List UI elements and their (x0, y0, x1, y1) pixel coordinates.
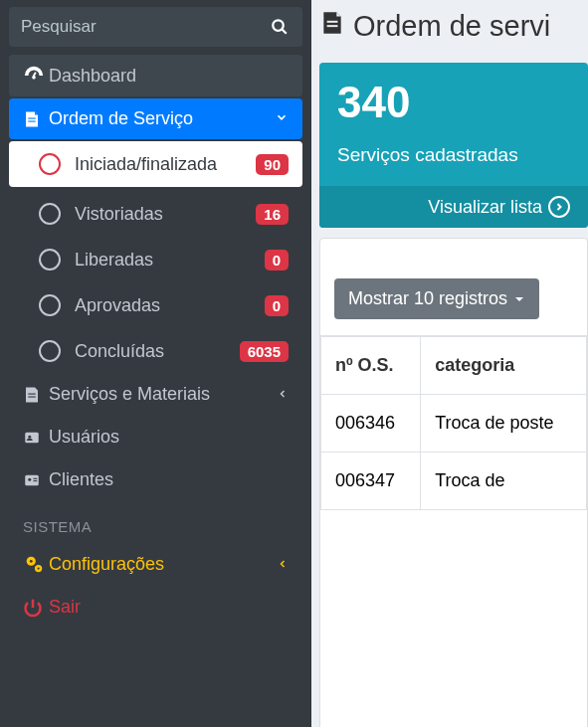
records-dropdown[interactable]: Mostrar 10 registros (334, 278, 539, 319)
dashboard-icon (23, 65, 49, 87)
circle-icon (39, 203, 61, 225)
cell-os: 006347 (321, 453, 421, 510)
document-icon (319, 10, 345, 43)
sub-concluidas-badge: 6035 (240, 341, 289, 362)
stat-subtitle: Serviços cadastradas (337, 144, 570, 166)
svg-point-11 (28, 477, 31, 480)
stat-number: 340 (337, 81, 570, 124)
circle-icon (39, 249, 61, 271)
nav-dashboard-label: Dashboard (49, 66, 289, 87)
arrow-right-icon (548, 196, 570, 218)
circle-icon (39, 153, 61, 175)
stat-card: 340 Serviços cadastradas Visualizar list… (319, 63, 588, 228)
chevron-down-icon (275, 108, 289, 129)
nav-sair[interactable]: Sair (9, 587, 302, 628)
svg-rect-12 (34, 477, 38, 478)
search-input[interactable] (9, 7, 257, 47)
sub-aprovadas[interactable]: Aprovadas 0 (9, 282, 302, 328)
gears-icon (23, 553, 49, 575)
sub-liberadas[interactable]: Liberadas 0 (9, 237, 302, 282)
stat-link-text: Visualizar lista (428, 197, 542, 218)
sub-iniciada[interactable]: Iniciada/finalizada 90 (9, 141, 302, 187)
svg-point-17 (37, 567, 39, 569)
sub-iniciada-label: Iniciada/finalizada (75, 154, 256, 175)
svg-marker-21 (515, 297, 523, 301)
search-icon (271, 18, 289, 36)
sub-aprovadas-badge: 0 (265, 295, 289, 316)
svg-rect-19 (327, 21, 338, 23)
cell-os: 006346 (321, 395, 421, 453)
svg-point-0 (273, 20, 284, 31)
clients-icon (23, 471, 49, 489)
nav-clientes-label: Clientes (49, 469, 289, 490)
page-title: Ordem de servi (311, 0, 588, 55)
section-sistema: SISTEMA (9, 502, 302, 543)
nav-ordem-label: Ordem de Serviço (49, 108, 275, 129)
svg-rect-3 (33, 72, 37, 77)
sub-concluidas-label: Concluídas (75, 341, 240, 362)
nav-dashboard[interactable]: Dashboard (9, 55, 302, 96)
user-card-icon (23, 429, 49, 447)
chevron-left-icon (277, 384, 289, 405)
records-dropdown-label: Mostrar 10 registros (348, 288, 507, 309)
power-icon (23, 598, 49, 618)
nav-ordem-servico[interactable]: Ordem de Serviço (9, 98, 302, 139)
svg-rect-7 (28, 396, 36, 397)
svg-rect-4 (28, 117, 36, 118)
data-table: nº O.S. categoria 006346 Troca de poste … (320, 335, 587, 510)
svg-rect-5 (28, 120, 36, 121)
nav-usuarios-label: Usuários (49, 427, 289, 448)
circle-icon (39, 340, 61, 362)
page-title-text: Ordem de servi (353, 10, 550, 43)
nav-servicos-label: Serviços e Materiais (49, 384, 277, 405)
nav-sair-label: Sair (49, 597, 289, 618)
sub-vistoriadas[interactable]: Vistoriadas 16 (9, 191, 302, 237)
svg-point-15 (30, 560, 33, 563)
nav-servicos-materiais[interactable]: Serviços e Materiais (9, 374, 302, 415)
svg-rect-6 (28, 393, 36, 394)
table-row[interactable]: 006347 Troca de (321, 453, 587, 510)
sub-aprovadas-label: Aprovadas (75, 295, 265, 316)
sub-liberadas-badge: 0 (265, 250, 289, 271)
search-button[interactable] (257, 7, 302, 47)
svg-rect-20 (327, 25, 338, 27)
th-categoria[interactable]: categoria (421, 336, 587, 395)
nav-config-label: Configurações (49, 554, 277, 575)
cell-categoria: Troca de (421, 453, 587, 510)
nav-clientes[interactable]: Clientes (9, 459, 302, 500)
sub-vistoriadas-badge: 16 (256, 204, 289, 225)
nav-usuarios[interactable]: Usuários (9, 417, 302, 457)
sub-vistoriadas-label: Vistoriadas (75, 204, 256, 225)
stat-card-link[interactable]: Visualizar lista (319, 186, 588, 228)
svg-rect-13 (34, 480, 38, 481)
nav-config[interactable]: Configurações (9, 543, 302, 585)
sub-iniciada-badge: 90 (256, 154, 289, 175)
svg-point-9 (28, 435, 31, 438)
svg-rect-8 (25, 432, 39, 443)
table-panel: Mostrar 10 registros nº O.S. categoria 0… (319, 238, 588, 727)
sub-concluidas[interactable]: Concluídas 6035 (9, 328, 302, 374)
cell-categoria: Troca de poste (421, 395, 587, 453)
circle-icon (39, 294, 61, 316)
table-row[interactable]: 006346 Troca de poste (321, 395, 587, 453)
caret-down-icon (513, 293, 525, 305)
sub-liberadas-label: Liberadas (75, 250, 265, 271)
document-icon (23, 386, 49, 404)
document-icon (23, 110, 49, 128)
svg-line-1 (282, 29, 287, 34)
chevron-left-icon (277, 554, 289, 575)
th-os[interactable]: nº O.S. (321, 336, 421, 395)
